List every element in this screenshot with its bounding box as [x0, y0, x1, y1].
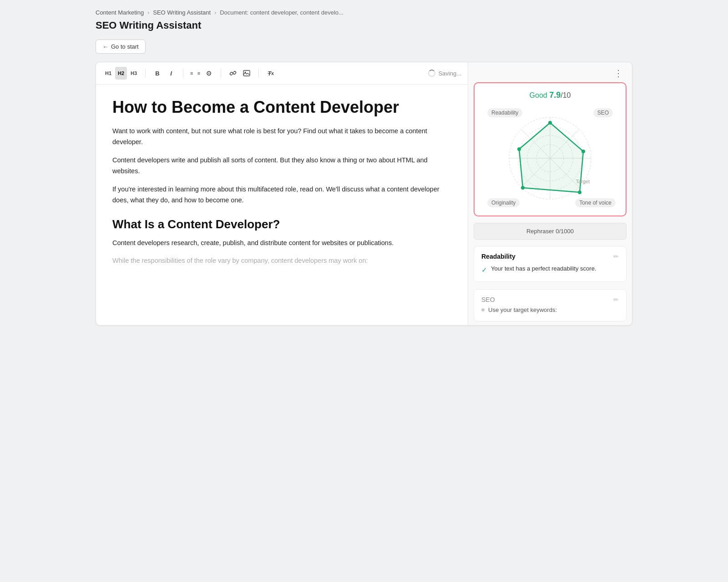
readability-title: Readability — [481, 253, 516, 260]
score-value: 7.9 — [549, 90, 561, 100]
editor-content[interactable]: How to Become a Content Developer Want t… — [96, 85, 468, 325]
bold-button[interactable]: B — [151, 67, 164, 80]
score-header: Good 7.9/10 — [480, 90, 620, 100]
right-panel-header: ⋮ — [468, 62, 632, 79]
svg-text:≡: ≡ — [190, 70, 193, 76]
insert-group — [227, 67, 253, 80]
breadcrumb-sep-2: › — [214, 10, 216, 16]
toolbar-sep-3 — [221, 69, 221, 78]
editor-panel: H1 H2 H3 B I ≡ ≡ — [96, 62, 468, 325]
radar-label-tone: Tone of voice — [575, 198, 616, 207]
seo-item-text: Use your target keywords: — [488, 306, 557, 315]
rephraser-button[interactable]: Rephraser 0/1000 — [474, 223, 627, 240]
svg-point-12 — [548, 121, 552, 125]
go-to-start-label: Go to start — [111, 43, 139, 50]
score-good-label: Good — [530, 91, 547, 99]
readability-section-header: Readability ✏ — [481, 253, 619, 260]
h1-button[interactable]: H1 — [102, 67, 114, 80]
breadcrumb-content-marketing[interactable]: Content Marketing — [96, 9, 144, 16]
check-icon: ✓ — [481, 265, 487, 275]
readability-section: Readability ✏ ✓ Your text has a perfect … — [474, 246, 627, 282]
right-panel: ⋮ Good 7.9/10 Readability SEO Originalit… — [468, 62, 632, 325]
seo-title: SEO — [481, 296, 495, 303]
radar-label-target: Target — [571, 177, 594, 186]
format-group: B I — [151, 67, 177, 80]
article-para-2: Content developers write and publish all… — [112, 155, 451, 177]
unordered-list-button[interactable]: ⊙ — [202, 67, 215, 80]
image-button[interactable] — [240, 67, 253, 80]
link-button[interactable] — [227, 67, 239, 80]
breadcrumb-seo-writing-assistant[interactable]: SEO Writing Assistant — [153, 9, 211, 16]
saving-label: Saving... — [438, 70, 461, 77]
h3-button[interactable]: H3 — [128, 67, 140, 80]
seo-item: Use your target keywords: — [481, 306, 619, 315]
article-para-1: Want to work with content, but not sure … — [112, 126, 451, 148]
main-layout: H1 H2 H3 B I ≡ ≡ — [96, 62, 632, 326]
link-icon — [229, 70, 237, 76]
article-para-5-faded: While the responsibilities of the role v… — [112, 256, 451, 266]
list-group: ≡ ≡ ⊙ — [189, 67, 215, 80]
editor-toolbar: H1 H2 H3 B I ≡ ≡ — [96, 62, 468, 85]
image-icon — [243, 70, 250, 76]
radar-chart — [500, 108, 600, 208]
svg-point-13 — [581, 150, 585, 153]
italic-button[interactable]: I — [165, 67, 177, 80]
svg-point-15 — [521, 186, 525, 190]
score-total: /10 — [561, 91, 571, 99]
readability-edit-icon[interactable]: ✏ — [613, 253, 619, 260]
bullet-dot-icon — [481, 308, 485, 311]
menu-dots-button[interactable]: ⋮ — [611, 68, 626, 79]
score-card: Good 7.9/10 Readability SEO Originality … — [474, 82, 627, 216]
readability-item: ✓ Your text has a perfect readability sc… — [481, 265, 619, 275]
saving-spinner — [428, 70, 435, 77]
svg-point-16 — [517, 147, 521, 151]
radar-label-readability: Readability — [487, 108, 522, 117]
toolbar-sep-2 — [183, 69, 183, 78]
breadcrumb: Content Marketing › SEO Writing Assistan… — [96, 9, 632, 16]
toolbar-sep-4 — [258, 69, 259, 78]
ordered-list-icon: ≡ — [190, 70, 197, 76]
article-para-4: Content developers research, create, pub… — [112, 238, 451, 249]
clear-format-button[interactable]: T x — [264, 67, 277, 80]
seo-section: SEO ✏ Use your target keywords: — [474, 289, 627, 321]
radar-label-originality: Originality — [487, 198, 520, 207]
svg-point-14 — [578, 191, 581, 194]
h2-button[interactable]: H2 — [115, 67, 127, 80]
radar-label-seo: SEO — [593, 108, 613, 117]
radar-container: Readability SEO Originality Tone of voic… — [480, 105, 620, 210]
breadcrumb-sep-1: › — [147, 10, 149, 16]
article-para-3: If you're interested in learning more ab… — [112, 184, 451, 206]
breadcrumb-current-doc: Document: content developer, content dev… — [220, 9, 344, 16]
page-title: SEO Writing Assistant — [96, 20, 632, 31]
heading-group: H1 H2 H3 — [102, 67, 140, 80]
saving-indicator: Saving... — [428, 70, 461, 77]
go-to-start-button[interactable]: ← Go to start — [96, 40, 146, 54]
clear-group: T x — [264, 67, 277, 80]
article-heading-2: What Is a Content Developer? — [112, 217, 451, 232]
arrow-left-icon: ← — [102, 43, 108, 50]
ordered-list-button[interactable]: ≡ ≡ — [189, 67, 202, 80]
toolbar-sep-1 — [145, 69, 146, 78]
article-title: How to Become a Content Developer — [112, 97, 451, 117]
readability-item-text: Your text has a perfect readability scor… — [491, 265, 596, 273]
seo-edit-icon[interactable]: ✏ — [613, 296, 619, 303]
seo-section-header: SEO ✏ — [481, 296, 619, 303]
